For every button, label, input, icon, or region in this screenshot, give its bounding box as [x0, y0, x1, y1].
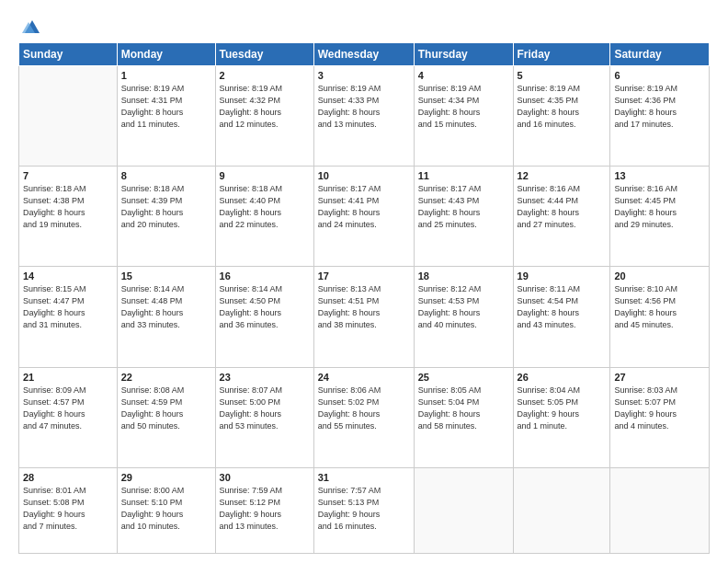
- day-number: 14: [23, 270, 113, 282]
- day-number: 30: [220, 472, 310, 483]
- weekday-header-sunday: Sunday: [19, 43, 118, 66]
- day-number: 17: [318, 270, 410, 282]
- day-info: Sunrise: 7:57 AM Sunset: 5:13 PM Dayligh…: [318, 485, 410, 533]
- day-cell: 16Sunrise: 8:14 AM Sunset: 4:50 PM Dayli…: [215, 267, 313, 367]
- day-number: 8: [121, 170, 211, 181]
- day-info: Sunrise: 8:05 AM Sunset: 5:04 PM Dayligh…: [418, 385, 509, 432]
- day-number: 3: [318, 70, 410, 81]
- day-cell: 14Sunrise: 8:15 AM Sunset: 4:47 PM Dayli…: [19, 267, 118, 367]
- day-cell: 30Sunrise: 7:59 AM Sunset: 5:12 PM Dayli…: [215, 467, 313, 553]
- day-info: Sunrise: 8:16 AM Sunset: 4:45 PM Dayligh…: [614, 183, 705, 231]
- day-cell: 19Sunrise: 8:11 AM Sunset: 4:54 PM Dayli…: [513, 267, 610, 367]
- day-number: 28: [23, 472, 113, 483]
- day-cell: 27Sunrise: 8:03 AM Sunset: 5:07 PM Dayli…: [610, 367, 710, 467]
- day-info: Sunrise: 8:19 AM Sunset: 4:31 PM Dayligh…: [121, 83, 211, 131]
- day-cell: 23Sunrise: 8:07 AM Sunset: 5:00 PM Dayli…: [215, 367, 313, 467]
- day-number: 2: [220, 70, 310, 81]
- day-cell: 10Sunrise: 8:17 AM Sunset: 4:41 PM Dayli…: [313, 167, 414, 267]
- day-number: 5: [518, 70, 607, 81]
- day-number: 23: [220, 372, 310, 383]
- day-info: Sunrise: 8:03 AM Sunset: 5:07 PM Dayligh…: [614, 385, 705, 432]
- day-cell: [513, 467, 610, 553]
- logo: [18, 17, 40, 33]
- day-cell: 25Sunrise: 8:05 AM Sunset: 5:04 PM Dayli…: [414, 367, 513, 467]
- weekday-row: SundayMondayTuesdayWednesdayThursdayFrid…: [19, 43, 710, 66]
- day-cell: 21Sunrise: 8:09 AM Sunset: 4:57 PM Dayli…: [19, 367, 118, 467]
- day-number: 11: [418, 170, 509, 181]
- day-cell: 15Sunrise: 8:14 AM Sunset: 4:48 PM Dayli…: [117, 267, 215, 367]
- day-cell: 6Sunrise: 8:19 AM Sunset: 4:36 PM Daylig…: [610, 66, 710, 167]
- day-cell: 12Sunrise: 8:16 AM Sunset: 4:44 PM Dayli…: [513, 167, 610, 267]
- day-number: 25: [418, 372, 509, 383]
- calendar-header: SundayMondayTuesdayWednesdayThursdayFrid…: [19, 43, 710, 66]
- day-info: Sunrise: 8:17 AM Sunset: 4:43 PM Dayligh…: [418, 183, 509, 231]
- day-info: Sunrise: 8:18 AM Sunset: 4:40 PM Dayligh…: [220, 183, 310, 231]
- day-number: 16: [220, 270, 310, 282]
- day-cell: 7Sunrise: 8:18 AM Sunset: 4:38 PM Daylig…: [19, 167, 118, 267]
- calendar: SundayMondayTuesdayWednesdayThursdayFrid…: [18, 42, 710, 554]
- day-number: 24: [318, 372, 410, 383]
- day-cell: 31Sunrise: 7:57 AM Sunset: 5:13 PM Dayli…: [313, 467, 414, 553]
- day-cell: [610, 467, 710, 553]
- day-number: 4: [418, 70, 509, 81]
- day-number: 31: [318, 472, 410, 483]
- header: [18, 17, 710, 33]
- day-info: Sunrise: 8:15 AM Sunset: 4:47 PM Dayligh…: [23, 283, 113, 331]
- day-info: Sunrise: 8:10 AM Sunset: 4:56 PM Dayligh…: [614, 283, 705, 331]
- day-cell: 8Sunrise: 8:18 AM Sunset: 4:39 PM Daylig…: [117, 167, 215, 267]
- day-cell: 2Sunrise: 8:19 AM Sunset: 4:32 PM Daylig…: [215, 66, 313, 167]
- weekday-header-saturday: Saturday: [610, 43, 710, 66]
- day-info: Sunrise: 8:17 AM Sunset: 4:41 PM Dayligh…: [318, 183, 410, 231]
- day-info: Sunrise: 8:07 AM Sunset: 5:00 PM Dayligh…: [220, 385, 310, 432]
- day-info: Sunrise: 8:13 AM Sunset: 4:51 PM Dayligh…: [318, 283, 410, 331]
- day-info: Sunrise: 8:11 AM Sunset: 4:54 PM Dayligh…: [518, 283, 607, 331]
- day-info: Sunrise: 8:14 AM Sunset: 4:48 PM Dayligh…: [121, 283, 211, 331]
- week-row-3: 21Sunrise: 8:09 AM Sunset: 4:57 PM Dayli…: [19, 367, 710, 467]
- day-info: Sunrise: 8:06 AM Sunset: 5:02 PM Dayligh…: [318, 385, 410, 432]
- weekday-header-thursday: Thursday: [414, 43, 513, 66]
- logo-icon: [19, 17, 40, 37]
- day-number: 19: [518, 270, 607, 282]
- week-row-1: 7Sunrise: 8:18 AM Sunset: 4:38 PM Daylig…: [19, 167, 710, 267]
- day-cell: 11Sunrise: 8:17 AM Sunset: 4:43 PM Dayli…: [414, 167, 513, 267]
- weekday-header-friday: Friday: [513, 43, 610, 66]
- calendar-body: 1Sunrise: 8:19 AM Sunset: 4:31 PM Daylig…: [19, 66, 710, 554]
- day-cell: 29Sunrise: 8:00 AM Sunset: 5:10 PM Dayli…: [117, 467, 215, 553]
- day-number: 20: [614, 270, 705, 282]
- day-info: Sunrise: 8:18 AM Sunset: 4:39 PM Dayligh…: [121, 183, 211, 231]
- day-info: Sunrise: 8:16 AM Sunset: 4:44 PM Dayligh…: [518, 183, 607, 231]
- day-number: 27: [614, 372, 705, 383]
- week-row-2: 14Sunrise: 8:15 AM Sunset: 4:47 PM Dayli…: [19, 267, 710, 367]
- day-info: Sunrise: 8:14 AM Sunset: 4:50 PM Dayligh…: [220, 283, 310, 331]
- day-info: Sunrise: 8:01 AM Sunset: 5:08 PM Dayligh…: [23, 485, 113, 533]
- day-cell: 20Sunrise: 8:10 AM Sunset: 4:56 PM Dayli…: [610, 267, 710, 367]
- weekday-header-tuesday: Tuesday: [215, 43, 313, 66]
- day-number: 26: [518, 372, 607, 383]
- day-info: Sunrise: 8:18 AM Sunset: 4:38 PM Dayligh…: [23, 183, 113, 231]
- day-info: Sunrise: 8:08 AM Sunset: 4:59 PM Dayligh…: [121, 385, 211, 432]
- day-cell: 9Sunrise: 8:18 AM Sunset: 4:40 PM Daylig…: [215, 167, 313, 267]
- day-number: 7: [23, 170, 113, 181]
- day-number: 1: [121, 70, 211, 81]
- day-cell: [414, 467, 513, 553]
- day-number: 15: [121, 270, 211, 282]
- week-row-4: 28Sunrise: 8:01 AM Sunset: 5:08 PM Dayli…: [19, 467, 710, 553]
- day-cell: 26Sunrise: 8:04 AM Sunset: 5:05 PM Dayli…: [513, 367, 610, 467]
- day-cell: 13Sunrise: 8:16 AM Sunset: 4:45 PM Dayli…: [610, 167, 710, 267]
- day-number: 22: [121, 372, 211, 383]
- page: SundayMondayTuesdayWednesdayThursdayFrid…: [0, 0, 728, 563]
- day-info: Sunrise: 8:09 AM Sunset: 4:57 PM Dayligh…: [23, 385, 113, 432]
- day-cell: 22Sunrise: 8:08 AM Sunset: 4:59 PM Dayli…: [117, 367, 215, 467]
- day-cell: 5Sunrise: 8:19 AM Sunset: 4:35 PM Daylig…: [513, 66, 610, 167]
- day-number: 18: [418, 270, 509, 282]
- day-number: 12: [518, 170, 607, 181]
- day-cell: 1Sunrise: 8:19 AM Sunset: 4:31 PM Daylig…: [117, 66, 215, 167]
- day-cell: [19, 66, 118, 167]
- day-info: Sunrise: 7:59 AM Sunset: 5:12 PM Dayligh…: [220, 485, 310, 533]
- day-info: Sunrise: 8:00 AM Sunset: 5:10 PM Dayligh…: [121, 485, 211, 533]
- day-cell: 18Sunrise: 8:12 AM Sunset: 4:53 PM Dayli…: [414, 267, 513, 367]
- day-info: Sunrise: 8:19 AM Sunset: 4:35 PM Dayligh…: [518, 83, 607, 131]
- day-info: Sunrise: 8:19 AM Sunset: 4:36 PM Dayligh…: [614, 83, 705, 131]
- day-info: Sunrise: 8:12 AM Sunset: 4:53 PM Dayligh…: [418, 283, 509, 331]
- day-info: Sunrise: 8:04 AM Sunset: 5:05 PM Dayligh…: [518, 385, 607, 432]
